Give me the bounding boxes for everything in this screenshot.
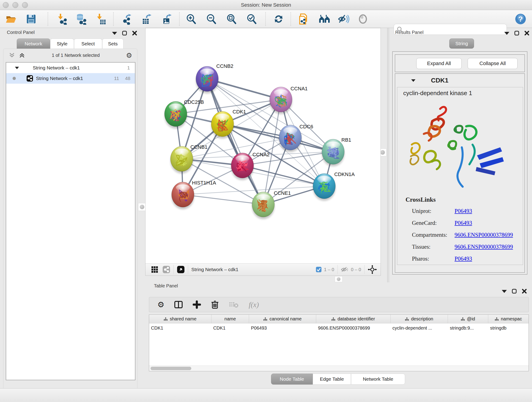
close-panel-icon[interactable] bbox=[525, 31, 530, 36]
tab-edge-table[interactable]: Edge Table bbox=[313, 374, 351, 385]
network-node[interactable]: CCNA2 bbox=[231, 152, 270, 180]
column-header[interactable]: database identifier bbox=[316, 315, 391, 323]
share-network-view-icon[interactable] bbox=[162, 266, 170, 274]
table-hscrollbar[interactable] bbox=[149, 366, 529, 371]
export-image-icon[interactable] bbox=[160, 13, 173, 26]
minimize-window-icon[interactable] bbox=[12, 2, 18, 8]
export-network-icon[interactable] bbox=[120, 13, 133, 26]
table-toolbar: ⚙ f(x) bbox=[149, 297, 529, 312]
show-columns-icon[interactable] bbox=[174, 300, 183, 309]
network-tree-row[interactable]: String Network – cdk1 11 48 bbox=[6, 73, 135, 84]
crosslink-pharos[interactable]: P06493 bbox=[455, 253, 472, 265]
import-network-from-file-icon[interactable] bbox=[56, 13, 68, 26]
close-panel-icon[interactable] bbox=[522, 289, 527, 294]
tab-style[interactable]: Style bbox=[50, 38, 74, 49]
refresh-icon[interactable] bbox=[272, 13, 285, 26]
delete-column-icon[interactable] bbox=[211, 300, 219, 309]
selected-checkbox-icon[interactable] bbox=[316, 267, 322, 273]
zoom-out-icon[interactable] bbox=[205, 13, 218, 26]
expand-all-button[interactable]: Expand All bbox=[416, 58, 462, 69]
import-table-from-file-icon[interactable] bbox=[94, 13, 107, 26]
network-node[interactable]: CDKN1A bbox=[313, 172, 355, 201]
show-graphics-details-icon[interactable] bbox=[356, 13, 369, 26]
network-edge[interactable] bbox=[183, 195, 263, 204]
column-header[interactable]: canonical name bbox=[249, 315, 316, 323]
network-node[interactable]: CCNB2 bbox=[196, 63, 234, 94]
status-bar: Memory bbox=[0, 388, 532, 402]
column-header[interactable]: namespac bbox=[488, 315, 529, 323]
hidden-eye-icon[interactable] bbox=[341, 267, 349, 273]
float-panel-icon[interactable] bbox=[512, 289, 517, 294]
panel-menu-icon[interactable] bbox=[502, 290, 507, 293]
crosslink-tissues[interactable]: 9606.ENSP00000378699 bbox=[455, 241, 513, 253]
network-options-gear-icon[interactable]: ⚙ bbox=[126, 51, 132, 59]
network-node[interactable]: CDC6 bbox=[279, 124, 313, 152]
network-selection-status: 1 of 1 Network selected bbox=[25, 53, 126, 58]
network-node[interactable]: CCNB1 bbox=[171, 144, 208, 173]
first-neighbors-icon[interactable] bbox=[318, 13, 331, 26]
birdseye-view-icon[interactable] bbox=[177, 266, 185, 274]
title-bar[interactable]: Session: New Session bbox=[0, 0, 532, 10]
crosslink-compartments[interactable]: 9606.ENSP00000378699 bbox=[455, 229, 513, 241]
zoom-in-icon[interactable] bbox=[185, 13, 197, 26]
section-collapse-icon[interactable] bbox=[411, 79, 416, 82]
panel-menu-icon[interactable] bbox=[112, 32, 117, 35]
crosslink-genecard[interactable]: P06493 bbox=[455, 217, 472, 229]
float-panel-icon[interactable] bbox=[514, 31, 519, 36]
expand-all-networks-icon[interactable] bbox=[19, 52, 25, 58]
open-session-icon[interactable] bbox=[5, 13, 17, 26]
tab-select[interactable]: Select bbox=[74, 38, 102, 49]
table-settings-gear-icon[interactable]: ⚙ bbox=[157, 300, 164, 309]
grid-mode-icon[interactable] bbox=[151, 266, 158, 273]
panel-menu-icon[interactable] bbox=[504, 32, 509, 35]
column-header[interactable]: description bbox=[391, 315, 448, 323]
import-network-from-database-icon[interactable] bbox=[75, 13, 88, 26]
network-canvas[interactable]: CCNB2CCNA1CDC25BCDK1CDC6RB1CCNB1CCNA2CDK… bbox=[146, 28, 380, 263]
close-window-icon[interactable] bbox=[3, 2, 9, 8]
node-label: CDKN1A bbox=[334, 172, 355, 177]
network-node[interactable]: CCNA1 bbox=[270, 86, 308, 114]
float-panel-icon[interactable] bbox=[122, 31, 127, 36]
bottom-splitter-handle[interactable] bbox=[335, 276, 342, 282]
selected-counts: 1 – 0 bbox=[324, 267, 334, 272]
left-splitter-handle[interactable] bbox=[138, 203, 146, 211]
maximize-window-icon[interactable] bbox=[22, 2, 28, 8]
network-tree-root-row[interactable]: String Network – cdk1 1 bbox=[6, 63, 135, 73]
network-node[interactable]: CDC25B bbox=[165, 99, 204, 128]
results-panel-divider[interactable] bbox=[387, 28, 389, 282]
tab-network[interactable]: Network bbox=[17, 38, 50, 49]
network-node[interactable]: HIST1H1A bbox=[172, 180, 216, 209]
gene-section-header[interactable]: CDK1 bbox=[395, 74, 525, 87]
zoom-fit-content-icon[interactable] bbox=[225, 13, 238, 26]
tab-node-table[interactable]: Node Table bbox=[271, 374, 313, 385]
tab-network-table[interactable]: Network Table bbox=[351, 374, 405, 385]
tree-collapse-icon[interactable] bbox=[15, 67, 19, 69]
save-session-icon[interactable] bbox=[25, 13, 38, 26]
zoom-selected-icon[interactable] bbox=[245, 13, 258, 26]
tab-sets[interactable]: Sets bbox=[102, 38, 123, 49]
hide-selected-icon[interactable] bbox=[337, 13, 350, 26]
tab-string[interactable]: String bbox=[449, 38, 474, 49]
scrollbar-thumb[interactable] bbox=[151, 367, 191, 370]
close-panel-icon[interactable] bbox=[132, 31, 137, 36]
collapse-all-networks-icon[interactable] bbox=[8, 52, 15, 58]
network-node[interactable]: CCNE1 bbox=[252, 190, 291, 219]
column-header[interactable]: name bbox=[211, 315, 249, 323]
collapse-all-button[interactable]: Collapse All bbox=[468, 58, 518, 69]
column-header[interactable]: @id bbox=[448, 315, 488, 323]
gene-section: CDK1 cyclin-dependent kinase 1 bbox=[395, 73, 525, 273]
crosslink-row: Tissues:9606.ENSP00000378699 bbox=[412, 241, 523, 253]
copy-network-icon[interactable] bbox=[298, 13, 310, 26]
delete-table-icon[interactable] bbox=[229, 301, 239, 308]
function-builder-icon[interactable]: f(x) bbox=[249, 300, 259, 309]
help-icon[interactable]: ? bbox=[514, 13, 527, 26]
crosslink-uniprot[interactable]: P06493 bbox=[455, 205, 472, 217]
create-column-icon[interactable] bbox=[193, 300, 201, 309]
node-table: shared name name canonical name database… bbox=[149, 314, 529, 371]
crosshair-icon[interactable] bbox=[368, 265, 377, 274]
table-row[interactable]: CDK1 CDK1 P06493 9606.ENSP00000378699 cy… bbox=[149, 323, 529, 332]
network-node[interactable]: RB1 bbox=[322, 137, 351, 166]
export-table-icon[interactable] bbox=[140, 13, 153, 26]
toolbar-separator bbox=[265, 12, 266, 26]
column-header[interactable]: shared name bbox=[149, 315, 211, 323]
